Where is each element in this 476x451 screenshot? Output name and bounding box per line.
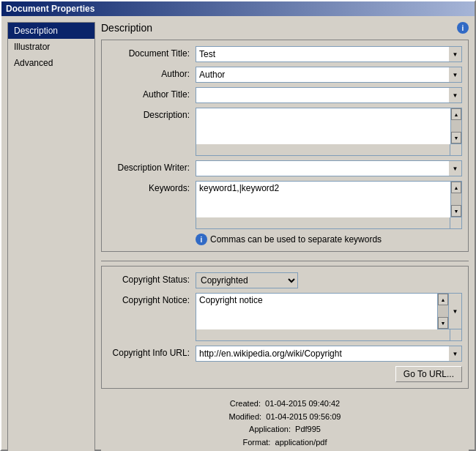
main-panel: Description i Document Title: Author: xyxy=(101,22,469,451)
created-row: Created: 01-04-2015 09:40:42 xyxy=(101,398,469,411)
copyright-url-control xyxy=(196,346,462,362)
description-scrollbar-corner xyxy=(450,144,462,156)
keywords-scroll-track xyxy=(451,193,461,205)
keywords-wrap: keyword1,|keyword2 ▲ ▼ xyxy=(196,181,462,229)
copyright-notice-scroll-up[interactable]: ▲ xyxy=(438,294,448,305)
desc-writer-input[interactable] xyxy=(196,160,449,176)
footer-info: Created: 01-04-2015 09:40:42 Modified: 0… xyxy=(101,393,469,451)
description-label: Description: xyxy=(108,108,196,120)
document-title-row: Document Title: xyxy=(108,46,462,62)
info-icon: i xyxy=(457,22,469,34)
modified-label: Modified: xyxy=(229,412,262,421)
copyright-notice-wrap: Copyright notice ▲ ▼ xyxy=(196,293,462,341)
copyright-notice-scrollbar-h[interactable] xyxy=(196,329,450,341)
author-title-label: Author Title: xyxy=(108,87,196,100)
copyright-status-label: Copyright Status: xyxy=(108,272,196,285)
description-wrap: ▲ ▼ xyxy=(196,108,462,156)
copyright-url-dropdown[interactable] xyxy=(449,346,462,362)
copyright-notice-row: Copyright Notice: Copyright notice ▲ ▼ xyxy=(108,293,462,341)
format-label: Format: xyxy=(243,438,271,447)
goto-url-button[interactable]: Go To URL... xyxy=(395,366,462,382)
sidebar-item-illustrator[interactable]: Illustrator xyxy=(8,39,94,55)
copyright-notice-scrollbar-h-row xyxy=(196,329,462,341)
description-scroll-up[interactable]: ▲ xyxy=(451,108,461,120)
application-value: Pdf995 xyxy=(295,425,321,433)
author-title-row: Author Title: xyxy=(108,87,462,103)
goto-row: Go To URL... xyxy=(108,366,462,382)
author-dropdown[interactable] xyxy=(449,67,462,83)
keywords-scrollbar-corner xyxy=(450,217,462,229)
copyright-url-input[interactable] xyxy=(196,346,449,362)
divider xyxy=(101,261,469,261)
keywords-outer: keyword1,|keyword2 ▲ ▼ xyxy=(196,181,462,217)
application-label: Application: xyxy=(249,425,291,433)
document-title-label: Document Title: xyxy=(108,46,196,59)
description-scroll-track xyxy=(451,120,461,132)
author-row: Author: xyxy=(108,67,462,83)
dialog: Document Properties Description Illustra… xyxy=(0,0,476,451)
created-label: Created: xyxy=(230,399,261,408)
created-value: 01-04-2015 09:40:42 xyxy=(265,399,340,408)
description-scroll-down[interactable]: ▼ xyxy=(451,132,461,144)
modified-row: Modified: 01-04-2015 09:56:09 xyxy=(101,411,469,424)
copyright-notice-scroll-down[interactable]: ▼ xyxy=(438,317,448,329)
copyright-status-select-wrap: Unknown Copyrighted Public Domain xyxy=(196,272,298,288)
panel-title: Description i xyxy=(101,22,469,34)
desc-writer-row: Description Writer: xyxy=(108,160,462,176)
copyright-status-row: Copyright Status: Unknown Copyrighted Pu… xyxy=(108,272,462,288)
keywords-label: Keywords: xyxy=(108,181,196,193)
description-outer: ▲ ▼ xyxy=(196,108,462,144)
format-row: Format: application/pdf xyxy=(101,436,469,450)
description-textarea[interactable] xyxy=(196,108,450,144)
author-input[interactable] xyxy=(196,67,449,83)
author-title-dropdown[interactable] xyxy=(449,87,462,103)
dialog-body: Description Illustrator Advanced Descrip… xyxy=(1,16,475,451)
keywords-scroll-up[interactable]: ▲ xyxy=(451,182,461,193)
author-title-input[interactable] xyxy=(196,87,449,103)
form-section-top: Document Title: Author: Author xyxy=(101,40,469,252)
dialog-title-text: Document Properties xyxy=(6,4,94,14)
author-control xyxy=(196,67,462,83)
keywords-scrollbar-v[interactable]: ▲ ▼ xyxy=(450,181,462,217)
copyright-notice-scrollbar-v[interactable]: ▲ ▼ xyxy=(437,293,449,329)
dialog-title: Document Properties xyxy=(1,1,475,16)
copyright-notice-scroll-track xyxy=(438,305,448,317)
description-scrollbar-h-row xyxy=(196,144,462,156)
document-title-input[interactable] xyxy=(196,46,449,62)
keywords-hint: Commas can be used to separate keywords xyxy=(210,234,382,245)
copyright-notice-label: Copyright Notice: xyxy=(108,293,196,305)
copyright-status-select[interactable]: Unknown Copyrighted Public Domain xyxy=(196,272,298,288)
copyright-notice-dropdown[interactable] xyxy=(449,293,462,329)
keywords-scroll-down[interactable]: ▼ xyxy=(451,205,461,217)
keywords-hint-row: i Commas can be used to separate keyword… xyxy=(108,234,462,245)
author-title-control xyxy=(196,87,462,103)
description-row: Description: ▲ ▼ xyxy=(108,108,462,156)
copyright-url-row: Copyright Info URL: xyxy=(108,346,462,362)
keywords-textarea[interactable]: keyword1,|keyword2 xyxy=(196,181,450,217)
sidebar-item-description[interactable]: Description xyxy=(8,23,94,39)
author-label: Author: xyxy=(108,67,196,79)
copyright-notice-textarea[interactable]: Copyright notice xyxy=(196,293,437,329)
desc-writer-dropdown[interactable] xyxy=(449,160,462,176)
desc-writer-control xyxy=(196,160,462,176)
keywords-scrollbar-h[interactable] xyxy=(196,217,450,229)
keywords-info-icon: i xyxy=(196,234,207,245)
form-section-copyright: Copyright Status: Unknown Copyrighted Pu… xyxy=(101,266,469,389)
desc-writer-label: Description Writer: xyxy=(108,160,196,173)
description-scrollbar-h[interactable] xyxy=(196,144,450,156)
copyright-notice-scrollbar-corner xyxy=(450,329,462,341)
copyright-url-label: Copyright Info URL: xyxy=(108,346,196,358)
keywords-row: Keywords: keyword1,|keyword2 ▲ ▼ xyxy=(108,181,462,229)
format-value: application/pdf xyxy=(275,438,327,447)
sidebar-item-advanced[interactable]: Advanced xyxy=(8,55,94,71)
sidebar: Description Illustrator Advanced xyxy=(7,22,95,451)
keywords-scrollbar-h-row xyxy=(196,217,462,229)
copyright-status-control: Unknown Copyrighted Public Domain xyxy=(196,272,462,288)
description-scrollbar-v[interactable]: ▲ ▼ xyxy=(450,108,462,144)
document-title-dropdown[interactable] xyxy=(449,46,462,62)
application-row: Application: Pdf995 xyxy=(101,423,469,436)
copyright-notice-outer: Copyright notice ▲ ▼ xyxy=(196,293,462,329)
modified-value: 01-04-2015 09:56:09 xyxy=(266,412,341,421)
document-title-control xyxy=(196,46,462,62)
